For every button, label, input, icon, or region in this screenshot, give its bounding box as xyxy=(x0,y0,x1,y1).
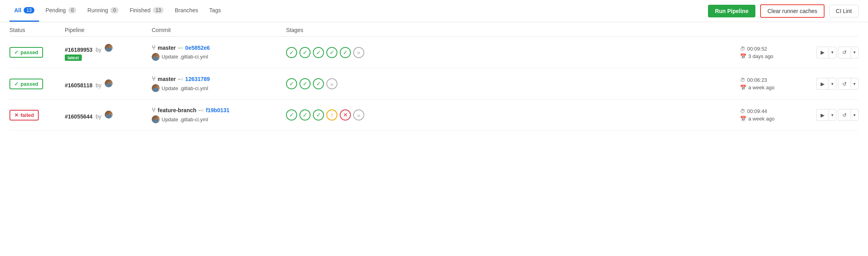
time-row: 📅 3 days ago xyxy=(740,53,819,59)
by-label: by xyxy=(96,113,102,120)
avatar xyxy=(105,79,113,87)
status-badge-passed: ✓ passed xyxy=(9,79,43,89)
tab-pending[interactable]: Pending 0 xyxy=(41,0,81,22)
actions-cell: ▶ ▾ ↺ ▾ xyxy=(819,47,859,58)
avatar-face xyxy=(105,44,113,52)
branch-icon: ⑂ xyxy=(152,107,156,114)
retry-dropdown-button[interactable]: ▾ xyxy=(851,109,859,121)
status-label: passed xyxy=(21,81,38,87)
play-dropdown-button[interactable]: ▾ xyxy=(828,109,836,121)
branch-name[interactable]: master xyxy=(158,45,176,51)
pipeline-tabs: All 13 Pending 0 Running 0 Finished 13 B… xyxy=(9,0,226,22)
commit-branch-row: ⑂ feature-branch –○ f19b0131 xyxy=(152,107,286,114)
commit-message-row: Update .gitlab-ci.yml xyxy=(152,53,286,61)
retry-button[interactable]: ↺ xyxy=(838,78,851,90)
by-label: by xyxy=(96,47,102,53)
duration-cell: ⏱ 00:09:44 📅 a week ago xyxy=(740,108,819,122)
tab-branches[interactable]: Branches xyxy=(170,0,203,22)
stage-icon-warn[interactable]: ! xyxy=(326,109,337,120)
duration-value: 00:09:52 xyxy=(747,46,767,52)
commit-cell: ⑂ master –○ 12631789 Update .gitlab-ci.y… xyxy=(152,75,286,92)
table-header: Status Pipeline Commit Stages xyxy=(9,22,859,37)
pipeline-id[interactable]: #16058118 xyxy=(65,82,92,88)
ci-lint-button[interactable]: CI Lint xyxy=(829,5,859,17)
retry-dropdown-button[interactable]: ▾ xyxy=(851,47,859,58)
pipeline-id[interactable]: #16055644 xyxy=(65,113,92,120)
link-icon: –○ xyxy=(198,107,204,113)
stage-icon-pass[interactable]: ✓ xyxy=(313,109,324,120)
nav-actions: Run Pipeline Clear runner caches CI Lint xyxy=(708,4,859,18)
stage-icon-skip[interactable]: » xyxy=(326,78,337,89)
avatar-face xyxy=(105,111,113,119)
col-duration xyxy=(740,27,819,33)
col-status: Status xyxy=(9,27,65,33)
play-button[interactable]: ▶ xyxy=(816,78,828,90)
tab-tags[interactable]: Tags xyxy=(205,0,226,22)
stage-icon-pass[interactable]: ✓ xyxy=(299,109,311,120)
retry-dropdown-button[interactable]: ▾ xyxy=(851,78,859,90)
tab-running-badge: 0 xyxy=(110,7,119,13)
by-label: by xyxy=(96,82,102,88)
stage-icon-fail[interactable]: ✕ xyxy=(340,109,351,120)
stage-icon-pass[interactable]: ✓ xyxy=(340,47,351,58)
branch-name[interactable]: master xyxy=(158,76,176,82)
clear-runner-caches-button[interactable]: Clear runner caches xyxy=(760,4,824,18)
stage-icon-pass[interactable]: ✓ xyxy=(286,47,297,58)
commit-cell: ⑂ master –○ 0e5852e6 Update .gitlab-ci.y… xyxy=(152,44,286,61)
stage-icon-pass[interactable]: ✓ xyxy=(286,109,297,120)
pipeline-cell: #16058118 by xyxy=(65,79,152,88)
duration-cell: ⏱ 00:09:52 📅 3 days ago xyxy=(740,46,819,59)
tab-finished-badge: 13 xyxy=(153,7,164,13)
avatar-face-2 xyxy=(152,115,160,123)
top-navigation: All 13 Pending 0 Running 0 Finished 13 B… xyxy=(0,0,868,22)
tab-running[interactable]: Running 0 xyxy=(83,0,123,22)
tab-all[interactable]: All 13 xyxy=(9,0,39,22)
stage-icon-pass[interactable]: ✓ xyxy=(299,47,311,58)
play-dropdown-button[interactable]: ▾ xyxy=(828,47,836,58)
time-row: 📅 a week ago xyxy=(740,116,819,122)
table-row: ✓ passed #16189953 by latest ⑂ master –○… xyxy=(9,37,859,68)
time-ago: a week ago xyxy=(748,85,775,90)
stage-icon-pass[interactable]: ✓ xyxy=(313,78,324,89)
latest-badge: latest xyxy=(65,55,82,61)
commit-message-row: Update .gitlab-ci.yml xyxy=(152,84,286,92)
col-stages: Stages xyxy=(286,27,740,33)
stage-icon-pass[interactable]: ✓ xyxy=(313,47,324,58)
stage-icon-pass[interactable]: ✓ xyxy=(326,47,337,58)
tab-pending-badge: 0 xyxy=(68,7,77,13)
retry-button[interactable]: ↺ xyxy=(838,47,851,58)
stage-icon-skip[interactable]: » xyxy=(353,109,364,120)
retry-action-group: ↺ ▾ xyxy=(838,47,859,58)
status-badge-failed: ✕ failed xyxy=(9,110,39,120)
commit-hash[interactable]: f19b0131 xyxy=(206,107,230,113)
table-row: ✓ passed #16058118 by ⑂ master –○ 126317… xyxy=(9,68,859,100)
stage-icon-pass[interactable]: ✓ xyxy=(299,78,311,89)
committer-avatar xyxy=(152,115,160,123)
clock-icon: ⏱ xyxy=(740,77,745,83)
play-action-group: ▶ ▾ xyxy=(816,78,836,90)
calendar-icon: 📅 xyxy=(740,116,746,122)
commit-hash[interactable]: 0e5852e6 xyxy=(185,45,210,51)
play-button[interactable]: ▶ xyxy=(816,109,828,121)
stages-cell: ✓ ✓ ✓ » xyxy=(286,78,740,89)
tab-tags-label: Tags xyxy=(209,7,221,13)
run-pipeline-button[interactable]: Run Pipeline xyxy=(708,5,756,17)
commit-message-row: Update .gitlab-ci.yml xyxy=(152,115,286,123)
play-dropdown-button[interactable]: ▾ xyxy=(828,78,836,90)
stage-icon-skip[interactable]: » xyxy=(353,47,364,58)
avatar xyxy=(105,44,113,52)
retry-button[interactable]: ↺ xyxy=(838,109,851,121)
commit-hash[interactable]: 12631789 xyxy=(185,76,210,82)
avatar-face-2 xyxy=(152,84,160,92)
link-icon: –○ xyxy=(178,45,183,51)
col-commit: Commit xyxy=(152,27,286,33)
play-action-group: ▶ ▾ xyxy=(816,109,836,121)
duration-value: 00:06:23 xyxy=(747,77,767,83)
branch-name[interactable]: feature-branch xyxy=(158,107,196,113)
commit-message: Update .gitlab-ci.yml xyxy=(162,85,208,91)
pipeline-id[interactable]: #16189953 xyxy=(65,47,92,53)
stage-icon-pass[interactable]: ✓ xyxy=(286,78,297,89)
tab-all-badge: 13 xyxy=(24,7,34,13)
play-button[interactable]: ▶ xyxy=(816,47,828,58)
tab-finished[interactable]: Finished 13 xyxy=(125,0,168,22)
